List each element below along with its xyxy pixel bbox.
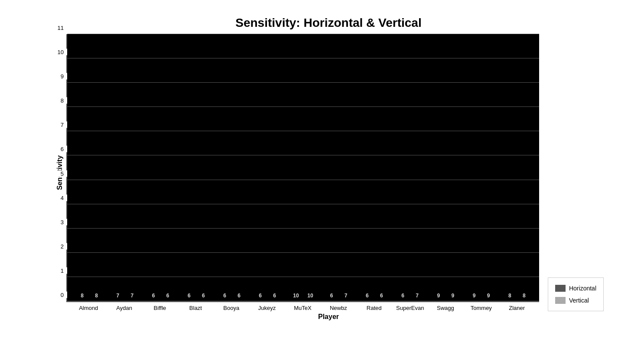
bar-label-vertical: 6 bbox=[166, 293, 169, 299]
x-tick-label: MuTeX bbox=[289, 305, 316, 311]
legend: HorizontalVertical bbox=[548, 277, 604, 311]
bar-label-horizontal: 10 bbox=[293, 293, 299, 299]
y-tick-label: 0 bbox=[55, 292, 67, 298]
bar-label-horizontal: 8 bbox=[81, 293, 84, 299]
x-tick-label: Blazt bbox=[182, 305, 209, 311]
legend-item: Horizontal bbox=[555, 285, 596, 292]
bar-label-vertical: 7 bbox=[130, 293, 133, 299]
bar-label-vertical: 9 bbox=[487, 293, 490, 299]
bar-label-horizontal: 6 bbox=[152, 293, 155, 299]
y-tick-label: 7 bbox=[55, 122, 67, 128]
y-tick-label: 8 bbox=[55, 97, 67, 104]
legend-color-box bbox=[555, 285, 566, 292]
bar-label-vertical: 6 bbox=[237, 293, 241, 299]
x-tick-label: Almond bbox=[75, 305, 102, 311]
bars-area: 8877666666661010676667999988 bbox=[67, 34, 539, 301]
bar-label-horizontal: 6 bbox=[366, 293, 369, 299]
bar-label-horizontal: 9 bbox=[473, 293, 476, 299]
x-tick-label: Zlaner bbox=[503, 305, 530, 311]
legend-label: Vertical bbox=[569, 297, 589, 304]
chart-inner: 0123456789101188776666666610106766679999… bbox=[66, 34, 539, 311]
grid-and-bars: 0123456789101188776666666610106766679999… bbox=[66, 34, 539, 302]
bar-label-horizontal: 8 bbox=[508, 293, 511, 299]
bar-label-vertical: 8 bbox=[523, 293, 526, 299]
legend-label: Horizontal bbox=[569, 285, 596, 292]
bar-label-horizontal: 6 bbox=[330, 293, 333, 299]
chart-container: Sensitivity: Horizontal & Vertical Sensi… bbox=[23, 7, 621, 354]
bar-label-horizontal: 9 bbox=[437, 293, 440, 299]
y-tick-label: 11 bbox=[55, 25, 67, 31]
bar-label-horizontal: 6 bbox=[188, 293, 191, 299]
y-tick-label: 3 bbox=[55, 219, 67, 225]
y-tick-label: 2 bbox=[55, 243, 67, 249]
bar-label-vertical: 7 bbox=[345, 293, 348, 299]
y-tick-label: 4 bbox=[55, 194, 67, 201]
x-tick-label: Swagg bbox=[432, 305, 459, 311]
x-tick-label: Rated bbox=[361, 305, 388, 311]
bar-label-vertical: 6 bbox=[380, 293, 383, 299]
bar-label-vertical: 9 bbox=[451, 293, 454, 299]
y-tick-label: 6 bbox=[55, 146, 67, 152]
y-tick-label: 9 bbox=[55, 73, 67, 80]
x-tick-label: Newbz bbox=[325, 305, 352, 311]
bar-label-horizontal: 6 bbox=[223, 293, 226, 299]
legend-color-box bbox=[555, 297, 566, 304]
x-tick-label: Booya bbox=[218, 305, 245, 311]
bar-label-horizontal: 7 bbox=[116, 293, 119, 299]
bar-label-horizontal: 6 bbox=[259, 293, 262, 299]
x-tick-label: Tommey bbox=[468, 305, 495, 311]
y-tick-label: 1 bbox=[55, 267, 67, 274]
bar-label-horizontal: 6 bbox=[401, 293, 404, 299]
x-tick-label: SuperEvan bbox=[396, 305, 423, 311]
x-axis-labels: AlmondAydanBiffleBlaztBooyaJukeyzMuTeXNe… bbox=[66, 305, 539, 311]
legend-item: Vertical bbox=[555, 297, 596, 304]
bar-label-vertical: 7 bbox=[416, 293, 419, 299]
x-tick-label: Jukeyz bbox=[254, 305, 281, 311]
x-tick-label: Biffle bbox=[146, 305, 173, 311]
y-tick-label: 5 bbox=[55, 170, 67, 177]
bar-label-vertical: 6 bbox=[273, 293, 276, 299]
y-tick-label: 10 bbox=[55, 49, 67, 55]
bar-label-vertical: 8 bbox=[95, 293, 98, 299]
x-tick-label: Aydan bbox=[111, 305, 138, 311]
chart-title: Sensitivity: Horizontal & Vertical bbox=[53, 16, 604, 30]
bar-label-vertical: 10 bbox=[307, 293, 313, 299]
x-axis-title: Player bbox=[53, 313, 604, 321]
bar-label-vertical: 6 bbox=[202, 293, 205, 299]
